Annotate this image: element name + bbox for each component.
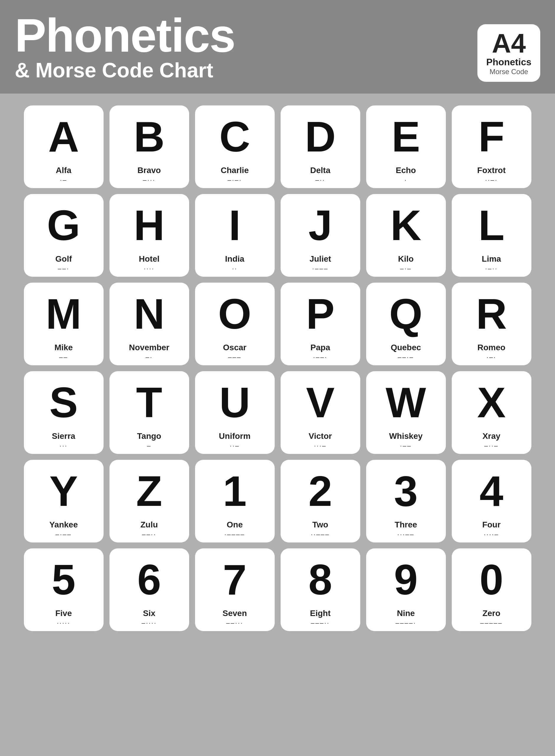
phonetic-card: T Tango – xyxy=(110,371,189,454)
card-word: Mike xyxy=(54,343,73,352)
phonetic-card: J Juliet ·––– xyxy=(281,194,360,277)
card-morse: –·· xyxy=(315,176,325,184)
phonetic-card: F Foxtrot ··–· xyxy=(452,106,531,188)
card-word: Whiskey xyxy=(389,432,423,441)
badge-size: A4 xyxy=(486,30,531,57)
card-letter: U xyxy=(219,374,250,431)
card-letter: C xyxy=(219,108,250,165)
phonetic-card: M Mike –– xyxy=(24,283,103,365)
card-letter: K xyxy=(390,197,421,254)
card-morse: ···–– xyxy=(397,531,415,539)
phonetic-card: 4 Four ····– xyxy=(452,460,531,543)
phonetic-card: B Bravo –··· xyxy=(110,106,189,188)
phonetic-card: 6 Six –···· xyxy=(110,548,189,631)
card-word: Bravo xyxy=(137,166,161,175)
card-word: Three xyxy=(394,520,417,529)
phonetic-card: 2 Two ··––– xyxy=(281,460,360,543)
card-letter: 3 xyxy=(394,463,418,519)
card-word: Nine xyxy=(397,609,415,618)
card-word: Lima xyxy=(482,254,501,264)
card-word: November xyxy=(129,343,169,352)
card-word: Five xyxy=(55,609,72,618)
phonetic-card: 8 Eight –––·· xyxy=(281,548,360,631)
card-letter: O xyxy=(218,286,251,342)
card-morse: –––·· xyxy=(311,619,330,627)
card-morse: –·–– xyxy=(55,531,72,539)
phonetic-card: 5 Five ····· xyxy=(24,548,103,631)
card-morse: –··· xyxy=(143,176,156,184)
card-word: Six xyxy=(143,609,155,618)
grid-row: Y Yankee –·–– Z Zulu ––·· 1 One ·–––– 2 … xyxy=(12,460,543,543)
card-word: Hotel xyxy=(139,254,160,264)
card-grid: A Alfa ·– B Bravo –··· C Charlie –·–· D … xyxy=(0,93,555,756)
card-word: Oscar xyxy=(223,343,246,352)
card-letter: J xyxy=(308,197,332,254)
card-letter: B xyxy=(134,108,165,165)
card-letter: 6 xyxy=(137,551,161,608)
card-letter: A xyxy=(48,108,79,165)
header-subtitle: & Morse Code Chart xyxy=(15,59,235,82)
card-word: Echo xyxy=(396,166,416,175)
card-word: Seven xyxy=(222,609,247,618)
card-word: Zulu xyxy=(140,520,158,529)
card-morse: ····· xyxy=(57,619,71,627)
badge-line2: Morse Code xyxy=(486,68,531,76)
header-badge: A4 Phonetics Morse Code xyxy=(477,24,540,82)
card-word: Golf xyxy=(55,254,72,264)
card-morse: –– xyxy=(59,354,68,361)
header-left: Phonetics & Morse Code Chart xyxy=(15,12,235,82)
grid-row: S Sierra ··· T Tango – U Uniform ··– V V… xyxy=(12,371,543,454)
phonetic-card: A Alfa ·– xyxy=(24,106,103,188)
phonetic-card: Q Quebec ––·– xyxy=(366,283,446,365)
phonetic-card: 7 Seven ––··· xyxy=(195,548,275,631)
phonetic-card: 3 Three ···–– xyxy=(366,460,446,543)
phonetic-card: S Sierra ··· xyxy=(24,371,103,454)
card-word: Sierra xyxy=(52,432,75,441)
grid-row: 5 Five ····· 6 Six –···· 7 Seven ––··· 8… xyxy=(12,548,543,631)
card-morse: ·–·· xyxy=(485,265,498,273)
card-letter: S xyxy=(49,374,78,431)
card-morse: ·– xyxy=(60,176,67,184)
phonetic-card: I India ·· xyxy=(195,194,275,277)
card-letter: G xyxy=(47,197,80,254)
phonetic-card: 1 One ·–––– xyxy=(195,460,275,543)
card-word: Foxtrot xyxy=(477,166,505,175)
card-letter: E xyxy=(391,108,420,165)
phonetic-card: 9 Nine ––––· xyxy=(366,548,446,631)
card-word: India xyxy=(225,254,244,264)
card-letter: X xyxy=(477,374,506,431)
phonetic-card: V Victor ···– xyxy=(281,371,360,454)
phonetic-card: K Kilo –·– xyxy=(366,194,446,277)
phonetic-card: E Echo · xyxy=(366,106,446,188)
card-morse: –·–· xyxy=(227,176,242,184)
card-word: Eight xyxy=(310,609,331,618)
card-morse: ––·– xyxy=(398,354,414,361)
card-morse: ·––– xyxy=(312,265,328,273)
card-letter: F xyxy=(478,108,505,165)
card-letter: 7 xyxy=(223,551,247,608)
grid-row: G Golf ––· H Hotel ···· I India ·· J Jul… xyxy=(12,194,543,277)
card-letter: 0 xyxy=(479,551,503,608)
phonetic-card: Y Yankee –·–– xyxy=(24,460,103,543)
card-letter: Z xyxy=(136,463,162,519)
card-word: Alfa xyxy=(56,166,72,175)
card-morse: – xyxy=(147,442,152,450)
phonetic-card: U Uniform ··– xyxy=(195,371,275,454)
card-word: One xyxy=(227,520,243,529)
card-word: Kilo xyxy=(398,254,414,264)
card-word: Xray xyxy=(482,432,501,441)
card-word: Two xyxy=(312,520,328,529)
card-morse: ··– xyxy=(230,442,240,450)
phonetic-card: Z Zulu ––·· xyxy=(110,460,189,543)
card-morse: ····– xyxy=(484,531,499,539)
phonetic-card: P Papa ·––· xyxy=(281,283,360,365)
phonetic-card: H Hotel ···· xyxy=(110,194,189,277)
card-letter: R xyxy=(476,286,507,342)
card-letter: Y xyxy=(49,463,78,519)
phonetic-card: R Romeo ·–· xyxy=(452,283,531,365)
card-morse: ––––– xyxy=(480,619,503,627)
card-letter: M xyxy=(46,286,81,342)
card-letter: I xyxy=(229,197,241,254)
card-morse: –··– xyxy=(484,442,499,450)
card-morse: ··· xyxy=(59,442,68,450)
